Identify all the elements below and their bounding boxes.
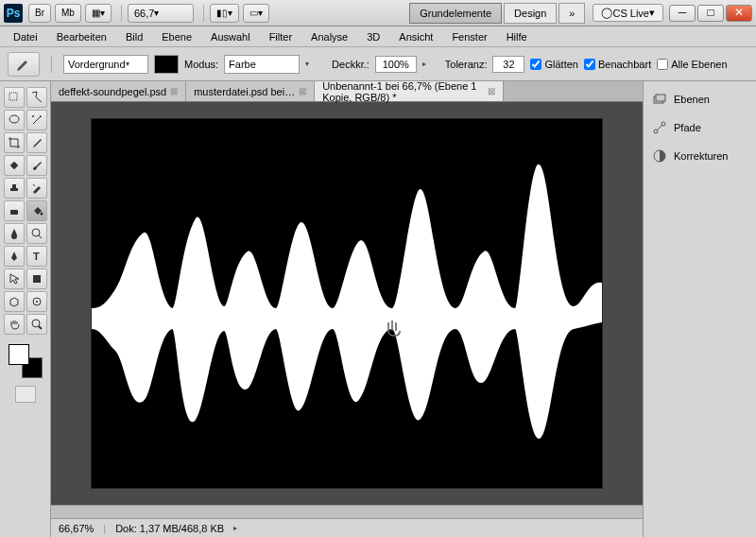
panel-ebenen[interactable]: Ebenen <box>649 89 750 110</box>
fill-swatch[interactable] <box>154 55 179 74</box>
contiguous-checkbox[interactable]: Benachbart <box>584 59 651 70</box>
toolbox: T <box>0 81 51 537</box>
mode-dropdown[interactable]: Farbe <box>224 55 300 74</box>
close-icon[interactable]: ⊠ <box>170 86 178 96</box>
svg-text:T: T <box>33 251 40 262</box>
canvas[interactable] <box>92 119 602 488</box>
paths-icon <box>651 119 668 136</box>
menu-analyse[interactable]: Analyse <box>303 29 355 44</box>
tolerance-label: Toleranz: <box>445 59 488 70</box>
lasso-tool[interactable] <box>4 110 25 130</box>
cslive-button[interactable]: ◯ CS Live ▾ <box>593 4 663 22</box>
workspace-grundelemente[interactable]: Grundelemente <box>409 3 502 24</box>
dodge-tool[interactable] <box>26 223 47 244</box>
crop-tool[interactable] <box>4 132 25 153</box>
foreground-swatch[interactable] <box>9 344 29 365</box>
menu-filter[interactable]: Filter <box>262 29 300 44</box>
svg-rect-2 <box>9 162 17 169</box>
brush-tool[interactable] <box>26 155 47 176</box>
zoom-readout[interactable]: 66,67% <box>59 523 94 534</box>
heal-tool[interactable] <box>4 155 25 176</box>
quickmask-button[interactable] <box>15 386 36 403</box>
svg-rect-7 <box>33 275 41 283</box>
marquee-tool[interactable] <box>26 87 47 108</box>
menu-hilfe[interactable]: Hilfe <box>499 29 535 44</box>
svg-point-0 <box>9 115 19 123</box>
svg-point-10 <box>32 320 40 327</box>
path-select-tool[interactable] <box>4 268 25 289</box>
zoom-tool[interactable] <box>26 314 47 335</box>
menu-auswahl[interactable]: Auswahl <box>203 29 258 44</box>
menu-fenster[interactable]: Fenster <box>444 29 494 44</box>
document-tabs: deffekt-soundpegel.psd⊠ musterdatei.psd … <box>51 81 643 102</box>
horizontal-scrollbar[interactable] <box>51 505 643 518</box>
eraser-tool[interactable] <box>4 200 25 221</box>
adjustments-icon <box>651 147 668 165</box>
move-tool[interactable] <box>4 87 25 108</box>
waveform-shape <box>92 119 602 488</box>
all-layers-checkbox[interactable]: Alle Ebenen <box>657 59 727 70</box>
antialias-checkbox[interactable]: Glätten <box>530 59 577 70</box>
svg-point-9 <box>36 301 38 303</box>
maximize-button[interactable]: □ <box>697 5 724 22</box>
menu-bar: Datei Bearbeiten Bild Ebene Auswahl Filt… <box>0 26 756 47</box>
layers-icon <box>651 91 668 108</box>
tab-1[interactable]: deffekt-soundpegel.psd⊠ <box>51 81 186 101</box>
status-bar: 66,67% | Dok: 1,37 MB/468,8 KB ▸ <box>51 518 643 537</box>
view-extras-button[interactable]: ▦▾ <box>85 4 112 23</box>
panels-dock: Ebenen Pfade Korrekturen <box>643 81 756 537</box>
tab-2[interactable]: musterdatei.psd bei…⊠ <box>186 81 315 101</box>
hand-tool[interactable] <box>4 314 25 335</box>
opacity-label: Deckkr.: <box>332 59 369 70</box>
opacity-field[interactable]: 100% <box>375 56 417 73</box>
menu-ansicht[interactable]: Ansicht <box>391 29 440 44</box>
fill-dropdown[interactable]: Vordergrund ▾ <box>63 55 148 74</box>
type-tool[interactable]: T <box>26 246 47 267</box>
menu-bild[interactable]: Bild <box>118 29 150 44</box>
zoom-level-dropdown[interactable]: 66,7 ▾ <box>128 4 194 23</box>
close-icon[interactable]: ⊠ <box>488 86 495 96</box>
minimize-button[interactable]: ─ <box>669 5 696 22</box>
stamp-tool[interactable] <box>4 178 25 199</box>
color-swatches[interactable] <box>9 344 43 378</box>
svg-rect-12 <box>656 95 665 101</box>
svg-point-5 <box>32 229 40 236</box>
panel-korrekturen[interactable]: Korrekturen <box>649 146 750 166</box>
ps-logo: Ps <box>4 4 23 23</box>
options-bar: Vordergrund ▾ Modus: Farbe▾ Deckkr.: 100… <box>0 47 756 81</box>
tolerance-field[interactable]: 32 <box>492 56 524 73</box>
blur-tool[interactable] <box>4 223 25 244</box>
shape-tool[interactable] <box>26 268 47 289</box>
current-tool-indicator[interactable] <box>8 52 40 77</box>
menu-datei[interactable]: Datei <box>6 29 45 44</box>
eyedropper-tool[interactable] <box>26 132 47 153</box>
history-brush-tool[interactable] <box>26 178 47 199</box>
doc-info[interactable]: Dok: 1,37 MB/468,8 KB <box>115 523 224 534</box>
wand-tool[interactable] <box>26 110 47 130</box>
canvas-area[interactable] <box>51 102 643 505</box>
workspace-design[interactable]: Design <box>504 3 557 24</box>
title-bar: Ps Br Mb ▦▾ 66,7 ▾ ▮▯▾ ▭▾ Grundelemente … <box>0 0 756 26</box>
arrange-button[interactable]: ▮▯▾ <box>210 4 239 23</box>
menu-ebene[interactable]: Ebene <box>154 29 199 44</box>
tab-3[interactable]: Unbenannt-1 bei 66,7% (Ebene 1 Kopie, RG… <box>315 81 504 101</box>
menu-3d[interactable]: 3D <box>359 29 387 44</box>
bucket-tool[interactable] <box>26 200 47 221</box>
minibridge-button[interactable]: Mb <box>55 4 81 23</box>
3d-tool[interactable] <box>4 291 25 312</box>
svg-point-1 <box>32 115 34 117</box>
screen-mode-button[interactable]: ▭▾ <box>243 4 269 23</box>
workspace-more[interactable]: » <box>558 3 585 24</box>
bridge-button[interactable]: Br <box>28 4 51 23</box>
close-icon[interactable]: ⊠ <box>299 86 306 96</box>
svg-point-4 <box>40 213 43 216</box>
panel-pfade[interactable]: Pfade <box>649 117 750 138</box>
3d-camera-tool[interactable] <box>26 291 47 312</box>
menu-bearbeiten[interactable]: Bearbeiten <box>49 29 114 44</box>
mode-label: Modus: <box>184 59 218 70</box>
svg-rect-3 <box>10 210 18 215</box>
pen-tool[interactable] <box>4 246 25 267</box>
close-button[interactable]: ✕ <box>726 5 752 22</box>
